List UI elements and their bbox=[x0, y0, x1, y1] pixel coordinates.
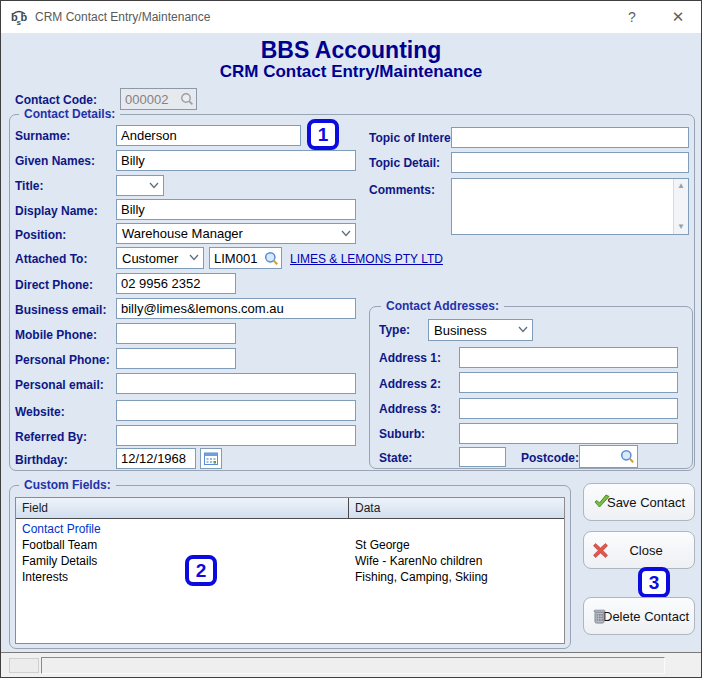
attached-to-code-field[interactable] bbox=[209, 247, 282, 269]
suburb-input[interactable] bbox=[459, 423, 678, 444]
address1-label: Address 1: bbox=[379, 351, 441, 365]
chevron-down-icon bbox=[518, 326, 528, 333]
mobile-phone-label: Mobile Phone: bbox=[15, 328, 97, 342]
topic-of-interest-input[interactable] bbox=[451, 127, 689, 148]
direct-phone-label: Direct Phone: bbox=[15, 278, 93, 292]
column-header-field[interactable]: Field bbox=[16, 498, 349, 518]
chevron-down-icon bbox=[149, 182, 159, 189]
annotation-badge-3: 3 bbox=[638, 567, 670, 598]
title-select[interactable] bbox=[116, 175, 164, 196]
website-label: Website: bbox=[15, 405, 65, 419]
surname-label: Surname: bbox=[15, 129, 70, 143]
display-name-input[interactable] bbox=[116, 199, 356, 220]
red-x-icon bbox=[593, 543, 608, 558]
state-label: State: bbox=[379, 451, 412, 465]
screen-title: CRM Contact Entry/Maintenance bbox=[1, 62, 701, 82]
custom-fields-header: Field Data bbox=[16, 498, 564, 519]
comments-label: Comments: bbox=[369, 183, 435, 197]
address3-label: Address 3: bbox=[379, 402, 441, 416]
delete-contact-button[interactable]: Delete Contact bbox=[583, 597, 695, 635]
status-message-area bbox=[41, 657, 665, 674]
scroll-down-icon[interactable]: ▼ bbox=[677, 220, 685, 234]
app-title: BBS Accounting bbox=[1, 37, 701, 64]
birthday-calendar-button[interactable] bbox=[200, 448, 222, 469]
state-input[interactable] bbox=[459, 447, 506, 467]
business-email-label: Business email: bbox=[15, 303, 106, 317]
address2-input[interactable] bbox=[459, 372, 678, 393]
postcode-input[interactable] bbox=[584, 449, 620, 464]
table-row[interactable]: Contact Profile bbox=[16, 522, 564, 538]
crm-contact-window: b s b CRM Contact Entry/Maintenance ? ✕ … bbox=[0, 0, 702, 678]
position-select[interactable]: Warehouse Manager bbox=[116, 223, 356, 244]
address3-input[interactable] bbox=[459, 398, 678, 419]
address-type-label: Type: bbox=[379, 323, 410, 337]
scroll-up-icon[interactable]: ▲ bbox=[677, 179, 685, 193]
annotation-badge-2: 2 bbox=[185, 555, 217, 586]
contact-addresses-group-label: Contact Addresses: bbox=[381, 299, 504, 313]
attached-to-label: Attached To: bbox=[15, 252, 87, 266]
postcode-label: Postcode: bbox=[521, 451, 579, 465]
business-email-input[interactable] bbox=[116, 298, 356, 319]
referred-by-label: Referred By: bbox=[15, 430, 87, 444]
calendar-icon bbox=[204, 452, 218, 465]
contact-code-input[interactable] bbox=[125, 92, 180, 107]
bsb-app-icon: b s b bbox=[10, 8, 28, 26]
comments-textarea[interactable]: ▲ ▼ bbox=[451, 178, 689, 235]
table-row[interactable]: Family Details Wife - KarenNo children bbox=[16, 554, 564, 570]
annotation-badge-1: 1 bbox=[307, 119, 339, 150]
svg-text:b: b bbox=[21, 11, 28, 23]
window-close-button[interactable]: ✕ bbox=[655, 1, 701, 33]
postcode-field[interactable] bbox=[579, 445, 638, 468]
window-title: CRM Contact Entry/Maintenance bbox=[35, 10, 210, 24]
table-row[interactable]: Football Team St George bbox=[16, 538, 564, 554]
attached-to-type-select[interactable]: Customer bbox=[116, 247, 204, 269]
given-names-input[interactable] bbox=[116, 150, 356, 171]
contact-code-label: Contact Code: bbox=[15, 93, 97, 107]
status-cell bbox=[9, 658, 39, 673]
column-header-data[interactable]: Data bbox=[349, 498, 564, 518]
comments-scrollbar[interactable]: ▲ ▼ bbox=[673, 179, 688, 234]
personal-email-label: Personal email: bbox=[15, 378, 104, 392]
help-button[interactable]: ? bbox=[609, 1, 655, 33]
direct-phone-input[interactable] bbox=[116, 273, 236, 294]
postcode-lookup-icon[interactable] bbox=[620, 449, 635, 464]
save-contact-button[interactable]: Save Contact bbox=[583, 483, 695, 521]
given-names-label: Given Names: bbox=[15, 154, 95, 168]
birthday-input[interactable] bbox=[116, 448, 196, 469]
trash-bin-icon bbox=[593, 609, 606, 624]
chevron-down-icon bbox=[189, 254, 199, 261]
close-button[interactable]: Close bbox=[583, 531, 695, 569]
chevron-down-icon bbox=[341, 230, 351, 237]
mobile-phone-input[interactable] bbox=[116, 323, 236, 344]
personal-email-input[interactable] bbox=[116, 373, 356, 394]
suburb-label: Suburb: bbox=[379, 427, 425, 441]
personal-phone-input[interactable] bbox=[116, 348, 236, 369]
attached-to-code-input[interactable] bbox=[214, 251, 264, 266]
title-label: Title: bbox=[15, 179, 43, 193]
website-input[interactable] bbox=[116, 400, 356, 421]
address1-input[interactable] bbox=[459, 347, 678, 368]
referred-by-input[interactable] bbox=[116, 425, 356, 446]
position-label: Position: bbox=[15, 228, 66, 242]
contact-code-field[interactable] bbox=[120, 88, 197, 110]
attached-to-lookup-icon[interactable] bbox=[264, 251, 279, 266]
address2-label: Address 2: bbox=[379, 377, 441, 391]
display-name-label: Display Name: bbox=[15, 204, 98, 218]
checkmark-icon bbox=[593, 494, 611, 510]
surname-input[interactable] bbox=[116, 125, 301, 146]
address-type-select[interactable]: Business bbox=[428, 319, 533, 341]
table-row[interactable]: Interests Fishing, Camping, Skiing bbox=[16, 570, 564, 586]
topic-detail-input[interactable] bbox=[451, 152, 689, 173]
status-bar bbox=[1, 652, 701, 677]
title-bar[interactable]: b s b CRM Contact Entry/Maintenance ? ✕ bbox=[1, 1, 701, 33]
custom-fields-table[interactable]: Field Data Contact Profile Football Team… bbox=[15, 497, 565, 644]
birthday-label: Birthday: bbox=[15, 453, 68, 467]
personal-phone-label: Personal Phone: bbox=[15, 353, 110, 367]
contact-details-group-label: Contact Details: bbox=[19, 107, 120, 121]
attached-to-entity-link[interactable]: LIMES & LEMONS PTY LTD bbox=[290, 252, 443, 266]
topic-detail-label: Topic Detail: bbox=[369, 156, 440, 170]
contact-code-lookup-icon[interactable] bbox=[180, 92, 194, 106]
custom-fields-group-label: Custom Fields: bbox=[19, 478, 116, 492]
